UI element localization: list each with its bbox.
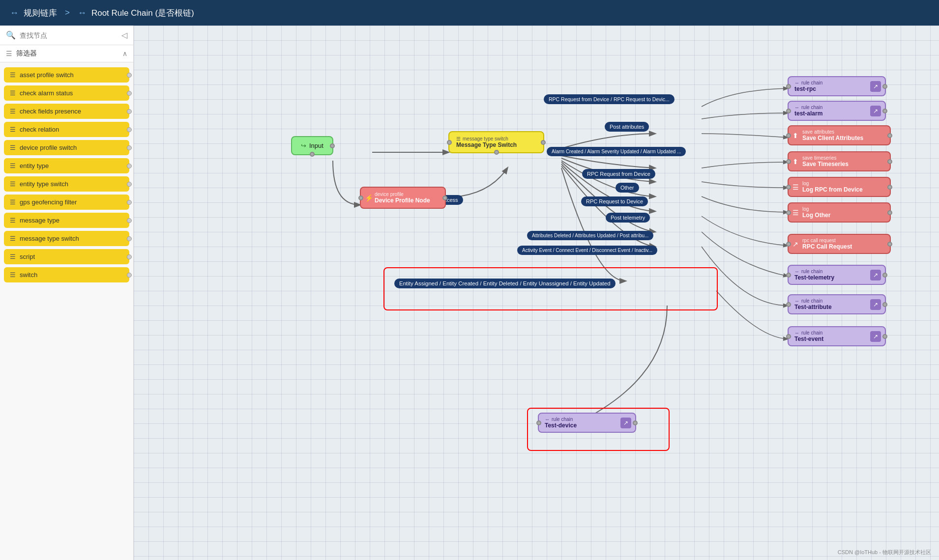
handle-right-device[interactable]: [442, 196, 447, 200]
handle-right-save-ts[interactable]: [887, 159, 892, 164]
sidebar-item-label: entity type switch: [20, 180, 68, 188]
node-filter-icon: ☰: [10, 217, 16, 224]
canvas-node-test-device[interactable]: ↔ rule chain Test-device ↗: [538, 413, 636, 433]
canvas-node-test-alarm[interactable]: ↔ rule chain test-alarm ↗: [788, 101, 886, 121]
node-drag-handle: [127, 200, 132, 205]
handle-right-rpc-call[interactable]: [887, 242, 892, 247]
handle-left-log-other[interactable]: [786, 210, 791, 215]
sidebar-item-entity-type-switch[interactable]: ☰ entity type switch: [4, 176, 129, 192]
node-drag-handle: [127, 182, 132, 187]
filter-label: 筛选器: [16, 49, 118, 58]
handle-left-msg[interactable]: [447, 140, 452, 145]
handle-right-test-device[interactable]: [633, 420, 638, 425]
edge-post-attributes-label: Post attributes: [605, 122, 649, 132]
filter-collapse-icon[interactable]: ∧: [122, 50, 127, 57]
sidebar-collapse-icon[interactable]: ◁: [121, 30, 127, 40]
sidebar-item-message-type-switch[interactable]: ☰ message type switch: [4, 231, 129, 246]
handle-right-log-rpc[interactable]: [887, 185, 892, 190]
sidebar-item-label: entity type: [20, 162, 49, 169]
handle-left-device[interactable]: [358, 196, 363, 200]
handle-right-msg[interactable]: [541, 140, 546, 145]
rule-chain-link3-icon[interactable]: ↗: [870, 270, 881, 280]
sidebar-item-check-alarm-status[interactable]: ☰ check alarm status: [4, 85, 129, 101]
sidebar-item-switch[interactable]: ☰ switch: [4, 267, 129, 282]
breadcrumb1[interactable]: 规则链库: [24, 7, 57, 19]
handle-left-test-attr[interactable]: [786, 302, 791, 307]
handle-right-test-rpc[interactable]: [882, 84, 887, 89]
handle-left-test-rpc[interactable]: [786, 84, 791, 89]
rule-chain-link5-icon[interactable]: ↗: [870, 331, 881, 342]
node-filter-icon: ☰: [10, 144, 16, 151]
sidebar-item-label: gps geofencing filter: [20, 198, 77, 206]
rule-chain-type2-icon: ↔ rule chain: [794, 105, 822, 110]
header: ↔ 规则链库 > ↔ Root Rule Chain (是否根链): [0, 0, 939, 26]
handle-left-save-ts[interactable]: [786, 159, 791, 164]
handle-bottom-msg[interactable]: [494, 150, 499, 155]
page-title: Root Rule Chain (是否根链): [91, 7, 194, 19]
save-attrs-name: Save Client Attributes: [802, 135, 863, 141]
sidebar-item-entity-type[interactable]: ☰ entity type: [4, 158, 129, 173]
canvas-node-test-rpc[interactable]: ↔ rule chain test-rpc ↗: [788, 76, 886, 96]
rule-chain-link4-icon[interactable]: ↗: [870, 299, 881, 310]
handle-right-test-event[interactable]: [882, 334, 887, 339]
input-icon: ↪: [301, 142, 306, 149]
handle-left-test-event[interactable]: [786, 334, 791, 339]
canvas-node-save-timeseries[interactable]: ⬆ save timeseries Save Timeseries: [788, 151, 891, 171]
rule-chain-link2-icon[interactable]: ↗: [870, 106, 881, 116]
sidebar-item-check-relation[interactable]: ☰ check relation: [4, 122, 129, 137]
edge-attrs-deleted-label: Attributes Deleted / Attributes Updated …: [527, 231, 653, 240]
handle-left-save-attrs[interactable]: [786, 133, 791, 138]
node-drag-handle: [127, 218, 132, 223]
canvas-node-test-telemetry[interactable]: ↔ rule chain Test-telemetry ↗: [788, 265, 886, 285]
canvas-node-rpc-call[interactable]: ↗ rpc call request RPC Call Request: [788, 234, 891, 254]
canvas-node-message-switch[interactable]: ☰ message type switch Message Type Switc…: [448, 131, 544, 153]
rule-chain-type4-icon: ↔ rule chain: [794, 298, 822, 304]
device-profile-name: Device Profile Node: [375, 197, 430, 204]
rule-chain-link-icon[interactable]: ↗: [870, 81, 881, 92]
canvas-node-device-profile[interactable]: ⚡ device profile Device Profile Node: [360, 187, 446, 209]
canvas-node-save-attributes[interactable]: ⬆ save attributes Save Client Attributes: [788, 125, 891, 145]
log2-icon: ☰: [792, 209, 799, 217]
handle-right-test-alarm[interactable]: [882, 109, 887, 113]
sidebar-item-asset-profile-switch[interactable]: ☰ asset profile switch: [4, 67, 129, 83]
arrows5-icon: ↔: [794, 330, 799, 336]
canvas[interactable]: ↪ Input Success ⚡ device profile Device …: [134, 26, 939, 560]
rule-chain-link6-icon[interactable]: ↗: [620, 418, 631, 428]
canvas-node-log-rpc[interactable]: ☰ log Log RPC from Device: [788, 177, 891, 197]
handle-right-input[interactable]: [330, 143, 335, 148]
log-icon: ☰: [792, 183, 799, 191]
handle-right-test-tel[interactable]: [882, 273, 887, 278]
sidebar-item-gps-geofencing-filter[interactable]: ☰ gps geofencing filter: [4, 195, 129, 210]
handle-left-log-rpc[interactable]: [786, 185, 791, 190]
handle-left-test-tel[interactable]: [786, 273, 791, 278]
edge-other-label: Other: [616, 183, 639, 193]
save-attrs-type: save attributes: [802, 129, 834, 135]
handle-left-test-device[interactable]: [536, 420, 541, 425]
handle-right-save-attrs[interactable]: [887, 133, 892, 138]
sidebar-item-label: asset profile switch: [20, 71, 74, 79]
sidebar-item-label: check alarm status: [20, 89, 73, 97]
node-filter-icon: ☰: [10, 235, 16, 242]
handle-left-test-alarm[interactable]: [786, 109, 791, 113]
handle-right-test-attr[interactable]: [882, 302, 887, 307]
canvas-node-input[interactable]: ↪ Input: [291, 136, 333, 155]
node-drag-handle: [127, 254, 132, 259]
canvas-node-log-other[interactable]: ☰ log Log Other: [788, 202, 891, 223]
handle-bottom-input[interactable]: [310, 152, 315, 157]
search-input[interactable]: [20, 31, 117, 39]
handle-right-log-other[interactable]: [887, 210, 892, 215]
arrows6-icon: ↔: [545, 417, 550, 422]
sidebar-item-label: script: [20, 253, 35, 260]
handle-left-rpc-call[interactable]: [786, 242, 791, 247]
sidebar-item-script[interactable]: ☰ script: [4, 249, 129, 264]
save-ts-name: Save Timeseries: [802, 161, 849, 168]
test-telemetry-name: Test-telemetry: [794, 274, 834, 281]
sidebar-item-check-fields-presence[interactable]: ☰ check fields presence: [4, 104, 129, 119]
canvas-node-test-event[interactable]: ↔ rule chain Test-event ↗: [788, 326, 886, 346]
node-filter-icon: ☰: [10, 108, 16, 115]
sidebar-item-device-profile-switch[interactable]: ☰ device profile switch: [4, 140, 129, 155]
canvas-node-test-attribute[interactable]: ↔ rule chain Test-attribute ↗: [788, 294, 886, 314]
edge-activity-label: Activity Event / Connect Event / Disconn…: [517, 246, 657, 255]
test-alarm-name: test-alarm: [794, 110, 822, 117]
sidebar-item-message-type[interactable]: ☰ message type: [4, 213, 129, 228]
